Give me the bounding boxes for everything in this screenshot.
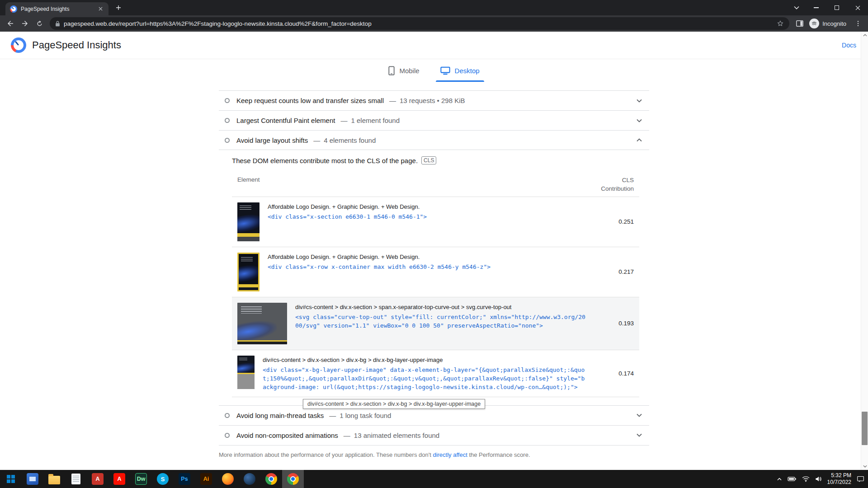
audit-marker-icon: [225, 118, 230, 123]
footnote-text: the Performance score.: [467, 451, 530, 458]
browser-tab[interactable]: PageSpeed Insights: [5, 2, 108, 15]
audit-body: These DOM elements contribute most to th…: [219, 150, 649, 405]
back-icon[interactable]: [4, 17, 17, 30]
volume-icon[interactable]: [815, 476, 822, 482]
thumbnail-art: [237, 263, 259, 283]
tab-desktop-label: Desktop: [455, 67, 480, 75]
cls-value: 0.174: [594, 370, 634, 377]
cls-badge[interactable]: CLS: [421, 156, 436, 164]
table-row[interactable]: Affordable Logo Design. + Graphic Design…: [232, 247, 639, 297]
audit-detail: 13 requests • 298 KiB: [400, 97, 465, 104]
taskbar-app-notepad[interactable]: [65, 470, 87, 488]
taskbar-app-skype[interactable]: S: [152, 470, 174, 488]
incognito-label: Incognito: [822, 20, 846, 27]
hidden-icons-chevron[interactable]: [777, 477, 782, 481]
chevron-down-icon[interactable]: [637, 119, 642, 122]
element-info: Affordable Logo Design. + Graphic Design…: [268, 202, 586, 241]
wifi-icon[interactable]: [802, 476, 810, 482]
audit-title: Avoid long main-thread tasks: [236, 412, 324, 419]
taskbar-app-firefox[interactable]: [217, 470, 239, 488]
taskbar-app-acrobat[interactable]: A: [108, 470, 130, 488]
table-row[interactable]: div#cs-content > div.x-section > span.x-…: [232, 297, 639, 350]
browser-tabstrip: PageSpeed Insights: [0, 0, 868, 15]
cls-table: Element CLS Contribution Affordable Logo…: [232, 173, 639, 397]
element-thumbnail: [237, 356, 255, 389]
audit-detail: 13 animated elements found: [354, 432, 439, 439]
taskbar-app-chrome-active[interactable]: [282, 470, 304, 488]
start-button[interactable]: [0, 470, 22, 488]
element-info: div#cs-content > div.x-section > span.x-…: [295, 303, 586, 344]
desktop-icon: [440, 66, 450, 75]
tab-desktop[interactable]: Desktop: [431, 59, 489, 82]
audit-title: Largest Contentful Paint element: [236, 117, 335, 124]
scrollbar-thumb[interactable]: [862, 412, 868, 445]
close-button[interactable]: [847, 0, 868, 15]
thumbnail-art: [237, 212, 259, 234]
element-snippet: <svg class="curve-top-out" style="fill: …: [295, 313, 586, 330]
url-text: pagespeed.web.dev/report?url=https%3A%2F…: [64, 20, 773, 27]
system-tray: 5:32 PM 10/7/2022: [777, 470, 868, 488]
clock-time: 5:32 PM: [827, 472, 851, 479]
audit-title: Keep request counts low and transfer siz…: [236, 97, 384, 104]
directly-affect-link[interactable]: directly affect: [433, 451, 467, 458]
audit-header[interactable]: Largest Contentful Paint element — 1 ele…: [219, 111, 649, 130]
hover-tooltip: div#cs-content > div.x-section > div.x-b…: [303, 399, 485, 409]
taskbar-app-acrobat-reader[interactable]: A: [87, 470, 108, 488]
browser-menu-icon[interactable]: [854, 20, 862, 27]
element-label: Affordable Logo Design. + Graphic Design…: [268, 253, 586, 260]
tab-search-icon[interactable]: [788, 0, 806, 15]
page-title: PageSpeed Insights: [32, 39, 121, 51]
thumbnail-art: [241, 257, 253, 263]
maximize-button[interactable]: [826, 0, 847, 15]
element-snippet: <div class="x-section e6630-1 m546-0 m54…: [268, 212, 586, 221]
audit-detail: 4 elements found: [324, 136, 376, 144]
audit-dash: —: [313, 136, 320, 144]
taskbar-app-chrome[interactable]: [260, 470, 282, 488]
page-scrollbar[interactable]: [861, 32, 868, 470]
chevron-up-icon[interactable]: [637, 138, 642, 142]
element-label: Affordable Logo Design. + Graphic Design…: [268, 203, 586, 210]
audit-header[interactable]: Avoid large layout shifts — 4 elements f…: [219, 131, 649, 150]
element-snippet: <div class="x-bg-layer-upper-image" data…: [263, 366, 586, 391]
forward-icon[interactable]: [18, 17, 32, 30]
tab-mobile-label: Mobile: [399, 67, 419, 75]
lock-icon: [55, 20, 60, 27]
taskbar-app-photoshop[interactable]: Ps: [174, 470, 195, 488]
chevron-down-icon[interactable]: [637, 413, 642, 417]
table-row[interactable]: div#cs-content > div.x-section > div.x-b…: [232, 350, 639, 397]
chevron-down-icon[interactable]: [637, 433, 642, 437]
chevron-down-icon[interactable]: [637, 99, 642, 103]
bookmark-star-icon[interactable]: [777, 20, 784, 27]
side-panel-icon[interactable]: [796, 19, 804, 28]
table-row[interactable]: Affordable Logo Design. + Graphic Design…: [232, 197, 639, 247]
audit-header[interactable]: Keep request counts low and transfer siz…: [219, 91, 649, 110]
pagespeed-logo: [11, 38, 26, 53]
minimize-button[interactable]: [806, 0, 826, 15]
element-thumbnail: [237, 303, 287, 344]
thumbnail-art: [237, 237, 259, 241]
element-label: div#cs-content > div.x-section > div.x-b…: [263, 357, 586, 363]
audit-marker-icon: [225, 138, 230, 143]
cls-value: 0.217: [594, 268, 634, 275]
address-bar[interactable]: pagespeed.web.dev/report?url=https%3A%2F…: [50, 17, 789, 30]
battery-icon[interactable]: [788, 476, 797, 482]
audit-header[interactable]: Avoid non-composited animations — 13 ani…: [219, 426, 649, 445]
taskbar-app-edge[interactable]: [239, 470, 260, 488]
element-info: Affordable Logo Design. + Graphic Design…: [268, 253, 586, 291]
performance-footnote: More information about the performance o…: [219, 451, 649, 458]
tab-close-icon[interactable]: [97, 5, 104, 13]
taskbar-app-illustrator[interactable]: Ai: [195, 470, 217, 488]
taskbar-app-dreamweaver[interactable]: Dw: [130, 470, 152, 488]
docs-link[interactable]: Docs: [842, 42, 856, 49]
taskbar-app-mail[interactable]: [22, 470, 43, 488]
new-tab-button[interactable]: [112, 1, 125, 14]
action-center-icon[interactable]: [857, 475, 864, 483]
scroll-up-icon[interactable]: [861, 32, 868, 39]
scroll-down-icon[interactable]: [861, 463, 868, 470]
taskbar-clock[interactable]: 5:32 PM 10/7/2022: [827, 472, 851, 486]
incognito-badge: Incognito: [808, 18, 850, 29]
thumbnail-art: [237, 342, 287, 344]
taskbar-app-file-explorer[interactable]: [43, 470, 65, 488]
tab-mobile[interactable]: Mobile: [379, 59, 428, 82]
reload-icon[interactable]: [33, 17, 46, 30]
